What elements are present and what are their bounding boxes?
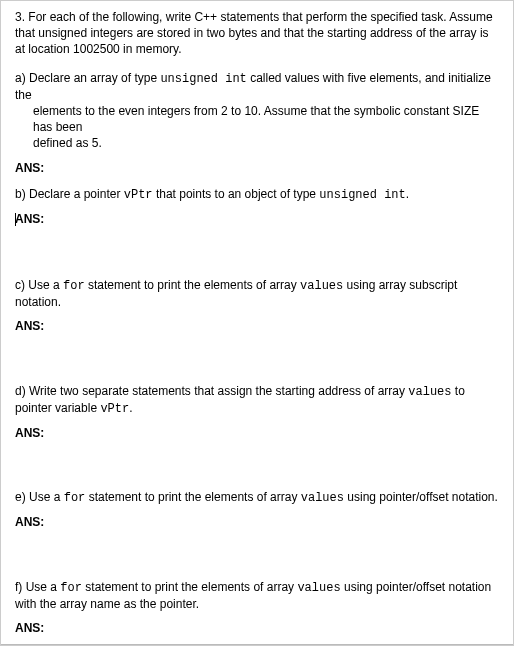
part-e-code1: for [64, 491, 86, 505]
part-e-post: using pointer/offset notation. [344, 490, 498, 504]
part-c: c) Use a for statement to print the elem… [15, 277, 499, 335]
part-d-text: d) Write two separate statements that as… [15, 383, 499, 417]
part-d-code2: vPtr [100, 402, 129, 416]
part-c-text: c) Use a for statement to print the elem… [15, 277, 499, 310]
part-b-code2: unsigned int [319, 188, 405, 202]
page-cutoff-line [1, 644, 513, 645]
part-f-pre: f) Use a [15, 580, 60, 594]
part-f-mid: statement to print the elements of array [82, 580, 297, 594]
part-e: e) Use a for statement to print the elem… [15, 489, 499, 530]
part-a-pre: a) Declare an array of type [15, 71, 160, 85]
part-e-pre: e) Use a [15, 490, 64, 504]
part-e-mid: statement to print the elements of array [85, 490, 300, 504]
part-c-code1: for [63, 279, 85, 293]
part-f: f) Use a for statement to print the elem… [15, 579, 499, 637]
part-c-mid: statement to print the elements of array [85, 278, 300, 292]
part-a-line2: elements to the even integers from 2 to … [15, 103, 499, 135]
part-b-pre: b) Declare a pointer [15, 187, 124, 201]
ans-label-f: ANS: [15, 620, 499, 636]
part-d-pre: d) Write two separate statements that as… [15, 384, 408, 398]
part-d: d) Write two separate statements that as… [15, 383, 499, 442]
part-a-line1: a) Declare an array of type unsigned int… [15, 70, 499, 103]
part-a-code: unsigned int [160, 72, 246, 86]
part-b-mid: that points to an object of type [153, 187, 320, 201]
part-f-code2: values [297, 581, 340, 595]
part-d-code1: values [408, 385, 451, 399]
part-c-code2: values [300, 279, 343, 293]
part-d-post: . [129, 401, 132, 415]
part-b: b) Declare a pointer vPtr that points to… [15, 186, 499, 227]
part-a: a) Declare an array of type unsigned int… [15, 70, 499, 176]
ans-label-e: ANS: [15, 514, 499, 530]
ans-label-a: ANS: [15, 160, 499, 176]
question-intro: 3. For each of the following, write C++ … [15, 9, 499, 58]
part-c-pre: c) Use a [15, 278, 63, 292]
part-e-text: e) Use a for statement to print the elem… [15, 489, 499, 506]
ans-label-b: ANS: [15, 211, 499, 227]
part-b-post: . [406, 187, 409, 201]
part-a-text: a) Declare an array of type unsigned int… [15, 70, 499, 152]
ans-label-d: ANS: [15, 425, 499, 441]
part-e-code2: values [301, 491, 344, 505]
ans-b-text: ANS: [15, 212, 44, 226]
intro-text: 3. For each of the following, write C++ … [15, 10, 493, 56]
part-b-code1: vPtr [124, 188, 153, 202]
part-a-line3: defined as 5. [15, 135, 499, 151]
part-f-code1: for [60, 581, 82, 595]
part-f-text: f) Use a for statement to print the elem… [15, 579, 499, 612]
ans-label-c: ANS: [15, 318, 499, 334]
part-b-text: b) Declare a pointer vPtr that points to… [15, 186, 499, 203]
